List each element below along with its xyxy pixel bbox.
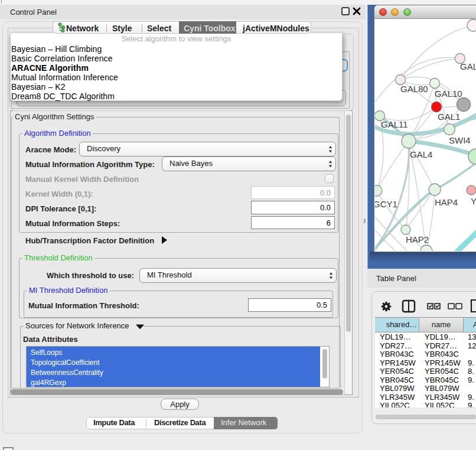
svg-text:GAL1: GAL1 — [438, 112, 460, 122]
svg-text:Y: Y — [471, 196, 476, 206]
svg-text:GAL: GAL — [460, 61, 476, 71]
svg-text:GAL4: GAL4 — [410, 149, 432, 159]
svg-text:GAL11: GAL11 — [381, 119, 408, 129]
svg-text:HAP2: HAP2 — [406, 234, 429, 244]
svg-text:SWI4: SWI4 — [449, 135, 471, 145]
svg-text:GAL80: GAL80 — [400, 84, 428, 94]
svg-text:GAL10: GAL10 — [435, 89, 462, 99]
svg-text:HAP4: HAP4 — [435, 197, 458, 207]
svg-text:GCY1: GCY1 — [375, 199, 397, 209]
